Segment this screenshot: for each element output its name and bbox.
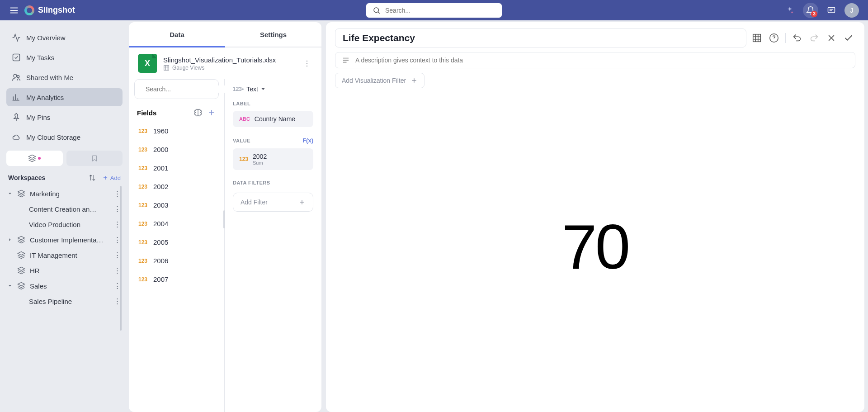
table-icon	[163, 65, 170, 71]
svg-point-3	[374, 8, 379, 13]
top-header: Slingshot 3 J	[0, 0, 868, 20]
field-search[interactable]	[134, 79, 219, 99]
add-viz-filter-button[interactable]: Add Visualization Filter	[335, 73, 425, 88]
field-item[interactable]: 1232007	[129, 270, 224, 289]
undo-button[interactable]	[790, 31, 804, 45]
plus-icon	[102, 175, 108, 181]
workspace-sales[interactable]: Sales ⋮	[6, 278, 123, 294]
datasource-sheet: Gauge Views	[163, 65, 295, 71]
add-viz-filter-label: Add Visualization Filter	[342, 77, 406, 84]
field-item[interactable]: 1232003	[129, 196, 224, 214]
svg-rect-8	[13, 54, 20, 61]
description-icon	[342, 56, 350, 64]
feedback-button[interactable]	[824, 3, 839, 18]
nav-label: My Pins	[26, 114, 50, 121]
chevron-down-icon	[7, 191, 14, 196]
layers-view-button[interactable]	[6, 151, 63, 166]
workspace-video-production[interactable]: Video Production ⋮	[6, 217, 123, 232]
tab-settings[interactable]: Settings	[225, 22, 321, 47]
user-avatar[interactable]: J	[844, 3, 859, 18]
field-item[interactable]: 1232004	[129, 214, 224, 233]
text-type-tag: ABC	[239, 116, 250, 122]
nav-label: My Tasks	[26, 54, 54, 62]
field-item[interactable]: 1232001	[129, 159, 224, 177]
grid-view-button[interactable]	[750, 31, 764, 45]
viz-description-input[interactable]	[355, 57, 849, 64]
workspace-label: IT Management	[30, 251, 109, 259]
nav-label: My Overview	[26, 34, 66, 42]
workspaces-header: Workspaces Add	[8, 174, 121, 181]
nav-label: My Analytics	[26, 94, 64, 101]
workspace-label: Marketing	[30, 190, 109, 198]
value-section-header: VALUE	[233, 138, 250, 143]
add-data-filter-button[interactable]: Add Filter	[233, 193, 313, 212]
sparkle-icon[interactable]	[782, 3, 797, 18]
workspace-it-management[interactable]: IT Management ⋮	[6, 247, 123, 263]
global-search[interactable]	[366, 3, 502, 18]
workspace-content-creation[interactable]: Content Creation an… ⋮	[6, 201, 123, 217]
label-field-chip[interactable]: ABC Country Name	[233, 111, 313, 127]
nav-shared-with-me[interactable]: Shared with Me	[6, 68, 123, 86]
datasource-filename: Slingshot_Visualization_Tutorials.xlsx	[163, 56, 295, 64]
close-button[interactable]	[825, 31, 838, 45]
field-item[interactable]: 1232002	[129, 177, 224, 196]
workspace-sales-pipeline[interactable]: Sales Pipeline ⋮	[6, 294, 123, 309]
hamburger-menu-button[interactable]	[9, 5, 19, 15]
workspace-marketing[interactable]: Marketing ⋮	[6, 186, 123, 201]
viz-type-selector[interactable]: 123• Text	[233, 84, 313, 93]
tab-data[interactable]: Data	[129, 22, 225, 47]
search-icon	[373, 6, 381, 14]
field-list[interactable]: 1231960 1232000 1232001 1232002 1232003 …	[129, 122, 224, 412]
chevron-down-icon	[7, 283, 14, 289]
workspace-label: Sales	[30, 282, 109, 290]
separator	[785, 33, 786, 43]
svg-marker-21	[18, 252, 25, 256]
brain-icon[interactable]	[193, 108, 203, 117]
brand-logo[interactable]: Slingshot	[24, 5, 75, 15]
add-field-button[interactable]	[207, 108, 216, 117]
datasource-menu-button[interactable]: ⋮	[302, 59, 312, 68]
numeric-type-tag: 123	[137, 258, 149, 264]
add-workspace-button[interactable]: Add	[102, 175, 121, 181]
viz-type-prefix: 123•	[233, 86, 244, 92]
nav-my-overview[interactable]: My Overview	[6, 28, 123, 47]
viz-title-box[interactable]: Life Expectancy	[335, 28, 746, 47]
svg-marker-23	[18, 283, 25, 286]
nav-my-analytics[interactable]: My Analytics	[6, 88, 123, 106]
bookmark-view-button[interactable]	[66, 151, 123, 166]
field-search-input[interactable]	[146, 85, 225, 93]
svg-rect-34	[753, 34, 761, 42]
numeric-type-tag: 123	[239, 156, 248, 162]
field-item[interactable]: 1232000	[129, 140, 224, 159]
redo-button[interactable]	[807, 31, 821, 45]
svg-rect-24	[164, 65, 169, 70]
sort-button[interactable]	[89, 174, 96, 181]
nav-my-pins[interactable]: My Pins	[6, 108, 123, 126]
datasource-row: X Slingshot_Visualization_Tutorials.xlsx…	[129, 47, 321, 79]
workspace-label: HR	[30, 267, 109, 275]
brand-name: Slingshot	[38, 5, 75, 15]
nav-my-tasks[interactable]: My Tasks	[6, 48, 123, 66]
checkbox-icon	[12, 53, 21, 62]
help-button[interactable]	[767, 31, 781, 45]
viz-description-box[interactable]	[335, 52, 855, 68]
sidebar-scrollbar[interactable]	[120, 186, 122, 331]
notifications-button[interactable]: 3	[803, 3, 818, 18]
field-item[interactable]: 1232006	[129, 251, 224, 270]
viz-title: Life Expectancy	[343, 33, 739, 43]
config-scrollbar[interactable]	[223, 210, 225, 228]
field-item[interactable]: 1232005	[129, 233, 224, 251]
workspace-hr[interactable]: HR ⋮	[6, 263, 123, 278]
fx-button[interactable]: F(x)	[302, 137, 313, 144]
confirm-button[interactable]	[842, 31, 855, 45]
workspace-customer-implementation[interactable]: Customer Implementa… ⋮	[6, 232, 123, 247]
nav-my-cloud-storage[interactable]: My Cloud Storage	[6, 128, 123, 146]
field-item[interactable]: 1231960	[129, 122, 224, 140]
numeric-type-tag: 123	[137, 184, 149, 190]
status-dot	[38, 157, 41, 160]
activity-icon	[12, 33, 21, 42]
numeric-type-tag: 123	[137, 202, 149, 208]
global-search-input[interactable]	[385, 7, 495, 14]
value-field-chip[interactable]: 123 2002 Sum	[233, 148, 313, 170]
plus-icon	[298, 199, 306, 206]
